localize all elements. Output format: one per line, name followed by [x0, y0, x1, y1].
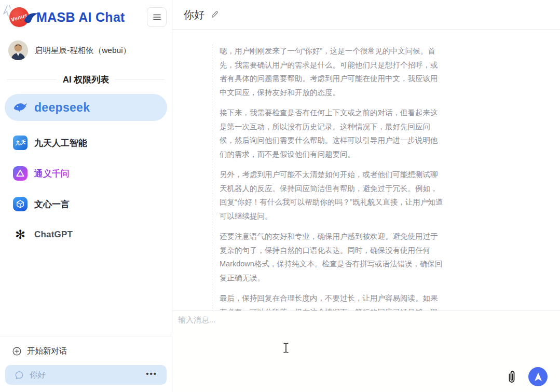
divider — [0, 336, 172, 336]
model-item-tongyi[interactable]: 通义千问 — [5, 160, 167, 187]
model-label: 九天人工智能 — [34, 137, 87, 149]
chatgpt-icon: ✻ — [13, 227, 28, 242]
composer-actions — [507, 367, 548, 386]
assistant-thinking-message: 嗯，用户刚刚发来了一句“你好”，这是一个很常见的中文问候。首先，我需要确认用户的… — [212, 44, 444, 310]
sidebar: Venus MASB AI Chat — [0, 0, 172, 392]
model-item-wenxin[interactable]: 文心一言 — [5, 191, 167, 218]
message-paragraph: 最后，保持回复在合理长度内，不要过长，让用户容易阅读。如果有必要，可以分段落，但… — [220, 291, 444, 310]
chat-body: 嗯，用户刚刚发来了一句“你好”，这是一个很常见的中文问候。首先，我需要确认用户的… — [172, 30, 560, 310]
user-profile: 启明星辰-程相依（webui） — [0, 32, 172, 66]
conversation-label: 你好 — [30, 370, 46, 381]
section-heading: AI 权限列表 — [0, 74, 172, 86]
masb-logo: Venus — [1, 4, 35, 31]
message-paragraph: 另外，考虑到用户可能不太清楚如何开始，或者他们可能想测试聊天机器人的反应。保持回… — [220, 168, 444, 223]
app-window: Venus MASB AI Chat — [0, 0, 560, 392]
app-title: MASB AI Chat — [36, 10, 125, 25]
sidebar-bottom: 开始新对话 你好 ••• — [0, 336, 172, 392]
sidebar-toggle-button[interactable] — [147, 7, 167, 27]
conversation-menu-icon[interactable]: ••• — [146, 370, 157, 381]
model-label: deepseek — [34, 101, 90, 115]
wenxin-icon — [13, 197, 28, 211]
logo-swoosh-icon — [24, 12, 38, 24]
sidebar-toggle-icon — [153, 14, 161, 20]
model-label: 通义千问 — [34, 168, 70, 180]
divider — [115, 79, 165, 80]
model-item-chatgpt[interactable]: ✻ ChatGPT — [5, 221, 167, 248]
edit-pencil-icon — [211, 10, 218, 19]
divider — [7, 79, 57, 80]
logo-row: Venus MASB AI Chat — [0, 0, 172, 32]
chat-header: 你好 — [172, 0, 560, 30]
new-chat-button[interactable]: 开始新对话 — [0, 342, 172, 361]
composer — [172, 310, 560, 392]
model-label: ChatGPT — [34, 229, 73, 240]
model-label: 文心一言 — [34, 198, 70, 210]
avatar — [8, 40, 28, 60]
chat-bubble-icon — [15, 371, 24, 380]
model-item-jiutian[interactable]: 九天 九天人工智能 — [5, 129, 167, 156]
section-title: AI 权限列表 — [63, 74, 110, 86]
deepseek-whale-icon — [13, 100, 28, 115]
message-input[interactable] — [178, 315, 469, 372]
conversation-item[interactable]: 你好 ••• — [5, 365, 167, 385]
message-paragraph: 嗯，用户刚刚发来了一句“你好”，这是一个很常见的中文问候。首先，我需要确认用户的… — [220, 44, 444, 99]
model-list: deepseek 九天 九天人工智能 通义千问 — [0, 94, 172, 252]
send-arrow-icon — [533, 372, 543, 382]
chat-title: 你好 — [184, 8, 204, 22]
attach-button[interactable] — [507, 370, 517, 384]
tongyi-icon — [13, 166, 28, 181]
new-chat-plus-icon — [12, 347, 21, 356]
message-paragraph: 接下来，我需要检查是否有任何上下文或之前的对话，但看起来这是第一次互动，所以没有… — [220, 106, 444, 161]
edit-title-button[interactable] — [211, 10, 218, 19]
new-chat-label: 开始新对话 — [27, 346, 67, 357]
model-item-deepseek[interactable]: deepseek — [5, 94, 167, 121]
chat-main: 你好 嗯，用户刚刚发来了一句“你好”，这是一个很常见的中文问候。首先，我需要确认… — [172, 0, 560, 392]
message-paragraph: 还要注意语气的友好和专业，确保用户感到被欢迎。避免使用过于复杂的句子，保持自然的… — [220, 229, 444, 285]
attach-paperclip-icon — [507, 370, 517, 384]
jiutian-icon: 九天 — [13, 136, 28, 150]
send-button[interactable] — [528, 367, 548, 386]
user-name: 启明星辰-程相依（webui） — [35, 45, 131, 56]
